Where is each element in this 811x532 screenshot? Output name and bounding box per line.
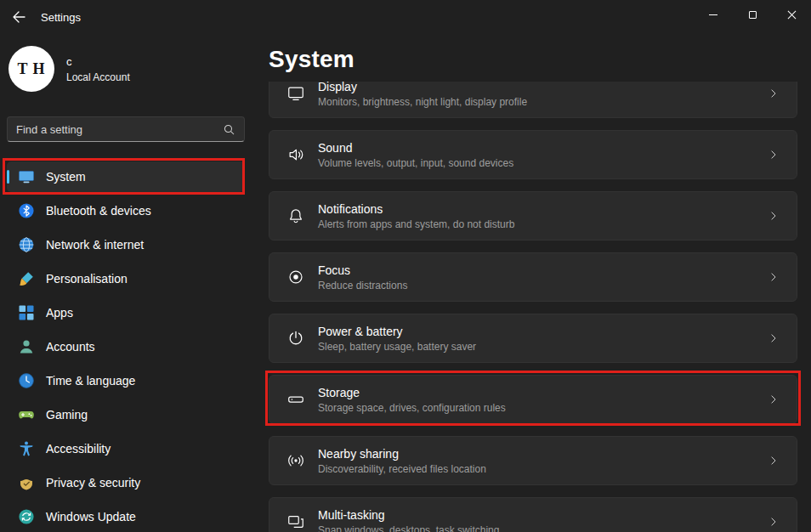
sidebar-item-time-language[interactable]: Time & language [7, 365, 245, 396]
card-text: Focus Reduce distractions [318, 263, 407, 291]
settings-card-display[interactable]: Display Monitors, brightness, night ligh… [269, 82, 797, 118]
card-text: Storage Storage space, drives, configura… [318, 386, 506, 414]
sidebar-item-system[interactable]: System [7, 161, 245, 192]
sidebar-nav: System Bluetooth & devices Network & int… [7, 161, 245, 532]
window-controls [694, 0, 811, 29]
sidebar-item-accounts[interactable]: Accounts [7, 331, 245, 362]
windowsupdate-icon [18, 508, 35, 525]
card-text: Display Monitors, brightness, night ligh… [318, 82, 527, 108]
minimize-button[interactable] [694, 0, 733, 29]
sidebar-item-gaming[interactable]: Gaming [7, 399, 245, 430]
settings-card-multi-tasking[interactable]: Multi-tasking Snap windows, desktops, ta… [269, 497, 797, 532]
sidebar-item-label: Personalisation [46, 272, 128, 286]
card-subtitle: Snap windows, desktops, task switching [318, 524, 499, 532]
sidebar-item-label: Windows Update [46, 510, 136, 524]
account-profile[interactable]: T H c Local Account [9, 46, 130, 92]
avatar: T H [9, 46, 54, 92]
sidebar-item-label: Network & internet [46, 238, 144, 252]
settings-card-list: Display Monitors, brightness, night ligh… [269, 82, 797, 532]
card-title: Display [318, 82, 527, 93]
sidebar-item-label: System [46, 170, 86, 184]
accessibility-icon [18, 440, 35, 457]
close-button[interactable] [772, 0, 811, 29]
card-subtitle: Storage space, drives, configuration rul… [318, 402, 506, 414]
search-icon [223, 123, 235, 136]
chevron-right-icon [768, 455, 780, 467]
chevron-right-icon [768, 210, 780, 222]
card-title: Nearby sharing [318, 447, 486, 461]
chevron-right-icon [768, 149, 780, 161]
apps-icon [18, 304, 35, 321]
power-icon [286, 329, 305, 348]
time-icon [18, 372, 35, 389]
sidebar-item-privacy-security[interactable]: Privacy & security [7, 467, 245, 498]
sidebar-item-accessibility[interactable]: Accessibility [7, 433, 245, 464]
focus-icon [286, 268, 305, 286]
sidebar-item-label: Gaming [46, 408, 88, 422]
account-name: c [66, 55, 130, 68]
card-subtitle: Monitors, brightness, night light, displ… [318, 96, 527, 108]
chevron-right-icon [768, 516, 780, 528]
titlebar: Settings [0, 0, 811, 34]
card-subtitle: Alerts from apps and system, do not dist… [318, 218, 514, 230]
maximize-button[interactable] [733, 0, 772, 29]
storage-icon [286, 390, 305, 409]
sidebar-item-label: Privacy & security [46, 476, 140, 490]
card-text: Notifications Alerts from apps and syste… [318, 202, 514, 230]
card-title: Sound [318, 141, 513, 155]
card-subtitle: Sleep, battery usage, battery saver [318, 341, 476, 353]
page-title: System [269, 46, 354, 73]
display-icon [286, 84, 305, 103]
card-subtitle: Discoverability, received files location [318, 463, 486, 475]
gaming-icon [18, 406, 35, 423]
accounts-icon [18, 338, 35, 355]
back-button[interactable] [3, 5, 34, 29]
account-type: Local Account [66, 71, 130, 83]
card-title: Notifications [318, 202, 514, 216]
card-subtitle: Reduce distractions [318, 280, 407, 291]
notifications-icon [286, 207, 305, 225]
sidebar: T H c Local Account System Bluetooth & d… [0, 34, 255, 532]
personalisation-icon [18, 270, 35, 287]
chevron-right-icon [768, 393, 780, 405]
sidebar-item-label: Accounts [46, 340, 95, 354]
system-icon [18, 168, 35, 185]
card-title: Multi-tasking [318, 508, 499, 522]
bluetooth-icon [18, 202, 35, 219]
card-text: Multi-tasking Snap windows, desktops, ta… [318, 508, 499, 532]
maximize-icon [749, 11, 757, 19]
sidebar-item-network-internet[interactable]: Network & internet [7, 229, 245, 260]
minimize-icon [709, 14, 717, 15]
settings-card-sound[interactable]: Sound Volume levels, output, input, soun… [269, 130, 797, 179]
chevron-right-icon [768, 332, 780, 344]
settings-window: Settings T H c Local Account Syste [0, 0, 811, 532]
sidebar-item-label: Time & language [46, 374, 135, 388]
sidebar-item-apps[interactable]: Apps [7, 297, 245, 328]
nearby-icon [286, 451, 305, 470]
chevron-right-icon [768, 271, 780, 283]
sidebar-item-windows-update[interactable]: Windows Update [7, 501, 245, 532]
card-title: Focus [318, 263, 407, 277]
close-icon [787, 10, 797, 20]
chevron-right-icon [768, 88, 780, 99]
main-content: System Display Monitors, brightness, nig… [269, 34, 797, 532]
search-input[interactable] [8, 123, 223, 136]
settings-card-nearby-sharing[interactable]: Nearby sharing Discoverability, received… [269, 436, 797, 485]
sidebar-item-label: Apps [46, 306, 73, 320]
privacy-icon [18, 474, 35, 491]
settings-card-power-battery[interactable]: Power & battery Sleep, battery usage, ba… [269, 314, 797, 363]
card-text: Power & battery Sleep, battery usage, ba… [318, 325, 476, 353]
window-title: Settings [41, 11, 81, 24]
card-text: Sound Volume levels, output, input, soun… [318, 141, 513, 169]
multitask-icon [286, 512, 305, 531]
sidebar-item-personalisation[interactable]: Personalisation [7, 263, 245, 294]
settings-card-focus[interactable]: Focus Reduce distractions [269, 252, 797, 302]
card-subtitle: Volume levels, output, input, sound devi… [318, 157, 513, 169]
back-arrow-icon [12, 11, 26, 23]
sidebar-item-label: Bluetooth & devices [46, 204, 151, 218]
account-info: c Local Account [66, 55, 130, 83]
sidebar-item-bluetooth-devices[interactable]: Bluetooth & devices [7, 195, 245, 226]
sidebar-item-label: Accessibility [46, 442, 111, 456]
settings-card-storage[interactable]: Storage Storage space, drives, configura… [269, 375, 797, 424]
settings-card-notifications[interactable]: Notifications Alerts from apps and syste… [269, 191, 797, 241]
